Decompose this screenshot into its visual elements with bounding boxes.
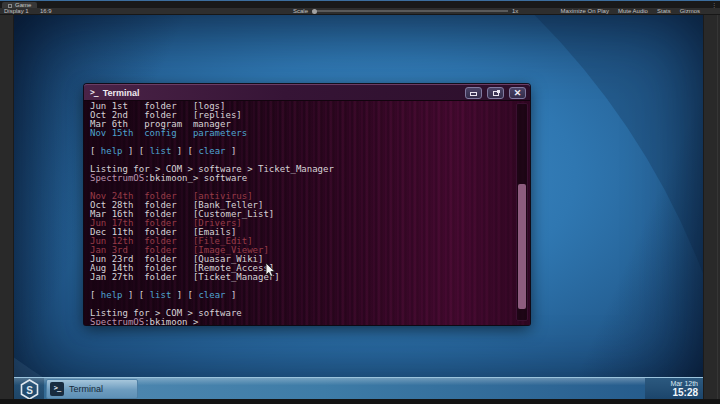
terminal-text: [ [90, 146, 101, 156]
game-tab-icon [8, 4, 12, 8]
terminal-line: Jan 27th folder [Ticket_Manager] [90, 273, 514, 282]
game-viewport-desktop: >_ Terminal ✕ Jun 1st folder [logs]Oct 2… [14, 15, 703, 399]
taskbar-item-terminal[interactable]: >_ Terminal [46, 379, 138, 399]
terminal-scrollbar[interactable] [516, 103, 528, 321]
terminal-text: list [150, 146, 172, 156]
scale-slider-track[interactable] [312, 10, 508, 12]
aspect-selector[interactable]: 16:9 [40, 8, 52, 14]
terminal-window: >_ Terminal ✕ Jun 1st folder [logs]Oct 2… [84, 84, 530, 325]
window-title: Terminal [103, 88, 140, 98]
start-button[interactable]: S [14, 378, 44, 399]
gizmos-toggle[interactable]: Gizmos [680, 8, 700, 14]
mouse-cursor [265, 263, 277, 283]
scale-label: Scale [293, 8, 308, 14]
terminal-text: [ [90, 290, 101, 300]
restore-icon [493, 91, 499, 96]
minimize-icon [470, 92, 477, 96]
spectrumos-logo-icon: S [20, 379, 39, 400]
terminal-line: SpectrumOS:bkimoon_> software [90, 174, 514, 183]
maximize-on-play-toggle[interactable]: Maximize On Play [561, 8, 609, 14]
window-controls: ✕ [465, 87, 526, 99]
terminal-text: ] [226, 290, 237, 300]
terminal-line: SpectrumOS:bkimoon_> [90, 318, 514, 325]
terminal-text: list [150, 290, 172, 300]
terminal-text: ] [226, 146, 237, 156]
scale-slider[interactable]: Scale 1x [293, 8, 518, 14]
terminal-text: SpectrumOS [90, 173, 144, 183]
terminal-line: [ help ] [ list ] [ clear ] [90, 147, 514, 156]
terminal-prompt-icon: >_ [90, 88, 98, 98]
editor-right-chrome [703, 15, 720, 399]
terminal-text: help [101, 146, 123, 156]
terminal-text: help [101, 290, 123, 300]
terminal-task-icon: >_ [50, 382, 64, 396]
scale-slider-knob[interactable] [312, 9, 317, 14]
toolbar-right-group: Maximize On Play Mute Audio Stats Gizmos [561, 8, 700, 14]
terminal-text: ] [ [171, 290, 198, 300]
os-taskbar: S >_ Terminal Mar 12th 15:28 [14, 377, 703, 399]
display-selector[interactable]: Display 1 [4, 8, 29, 14]
terminal-line: [ help ] [ list ] [ clear ] [90, 291, 514, 300]
minimize-button[interactable] [465, 87, 482, 99]
clock-time: 15:28 [645, 387, 698, 398]
terminal-text: ] [ [123, 146, 150, 156]
stats-toggle[interactable]: Stats [657, 8, 671, 14]
terminal-text: :bkimoon_> [144, 317, 198, 325]
terminal-text: ] [ [123, 290, 150, 300]
close-icon: ✕ [514, 89, 522, 98]
restore-button[interactable] [487, 87, 504, 99]
terminal-text: clear [198, 146, 225, 156]
chrome-divider [717, 15, 718, 399]
mute-audio-toggle[interactable]: Mute Audio [618, 8, 648, 14]
terminal-text: SpectrumOS [90, 317, 144, 325]
terminal-titlebar[interactable]: >_ Terminal ✕ [84, 84, 530, 100]
terminal-text: Jan 27th folder [Ticket_Manager] [90, 272, 280, 282]
taskbar-clock: Mar 12th 15:28 [645, 378, 703, 399]
close-button[interactable]: ✕ [509, 87, 526, 99]
editor-window: Game ⋮ Display 1 16:9 Scale 1x Maximize … [0, 0, 720, 404]
editor-bottom-chrome [0, 399, 720, 404]
clock-date: Mar 12th [645, 380, 698, 387]
terminal-text: clear [198, 290, 225, 300]
terminal-text: Nov 15th config parameters [90, 128, 247, 138]
logo-letter: S [26, 384, 33, 395]
terminal-text: :bkimoon_> software [144, 173, 247, 183]
editor-tab-bar: Game ⋮ [0, 0, 720, 8]
scrollbar-thumb[interactable] [518, 184, 526, 309]
editor-left-chrome [0, 15, 14, 399]
terminal-output: Jun 1st folder [logs]Oct 2nd folder [rep… [90, 102, 514, 325]
taskbar-item-label: Terminal [69, 384, 103, 394]
game-view-toolbar: Display 1 16:9 Scale 1x Maximize On Play… [0, 8, 720, 15]
terminal-body: Jun 1st folder [logs]Oct 2nd folder [rep… [84, 100, 530, 325]
terminal-text: ] [ [171, 146, 198, 156]
terminal-line: Nov 15th config parameters [90, 129, 514, 138]
scale-value: 1x [512, 8, 518, 14]
